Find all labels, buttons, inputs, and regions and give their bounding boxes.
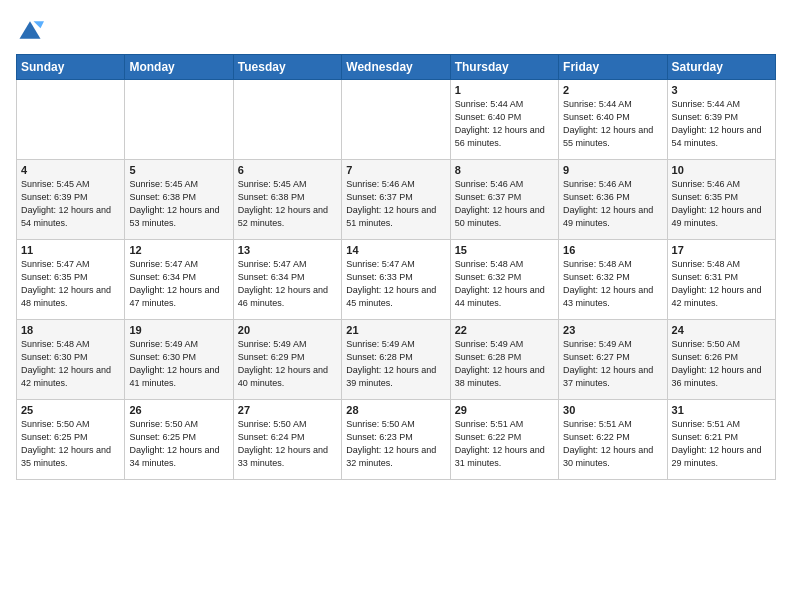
day-info: Sunrise: 5:44 AM Sunset: 6:40 PM Dayligh…: [563, 98, 662, 150]
calendar-header-row: SundayMondayTuesdayWednesdayThursdayFrid…: [17, 55, 776, 80]
day-number: 29: [455, 404, 554, 416]
day-number: 28: [346, 404, 445, 416]
day-info: Sunrise: 5:50 AM Sunset: 6:25 PM Dayligh…: [129, 418, 228, 470]
calendar-cell: 8Sunrise: 5:46 AM Sunset: 6:37 PM Daylig…: [450, 160, 558, 240]
day-info: Sunrise: 5:49 AM Sunset: 6:27 PM Dayligh…: [563, 338, 662, 390]
calendar-cell: 11Sunrise: 5:47 AM Sunset: 6:35 PM Dayli…: [17, 240, 125, 320]
calendar-cell: 24Sunrise: 5:50 AM Sunset: 6:26 PM Dayli…: [667, 320, 775, 400]
day-header-thursday: Thursday: [450, 55, 558, 80]
day-number: 21: [346, 324, 445, 336]
day-number: 2: [563, 84, 662, 96]
logo: [16, 16, 48, 44]
day-number: 27: [238, 404, 337, 416]
calendar-week-4: 18Sunrise: 5:48 AM Sunset: 6:30 PM Dayli…: [17, 320, 776, 400]
calendar-body: 1Sunrise: 5:44 AM Sunset: 6:40 PM Daylig…: [17, 80, 776, 480]
calendar-cell: 10Sunrise: 5:46 AM Sunset: 6:35 PM Dayli…: [667, 160, 775, 240]
calendar-week-5: 25Sunrise: 5:50 AM Sunset: 6:25 PM Dayli…: [17, 400, 776, 480]
day-header-saturday: Saturday: [667, 55, 775, 80]
calendar-table: SundayMondayTuesdayWednesdayThursdayFrid…: [16, 54, 776, 480]
logo-icon: [16, 16, 44, 44]
calendar-cell: 30Sunrise: 5:51 AM Sunset: 6:22 PM Dayli…: [559, 400, 667, 480]
calendar-cell: 17Sunrise: 5:48 AM Sunset: 6:31 PM Dayli…: [667, 240, 775, 320]
day-info: Sunrise: 5:48 AM Sunset: 6:30 PM Dayligh…: [21, 338, 120, 390]
day-info: Sunrise: 5:50 AM Sunset: 6:26 PM Dayligh…: [672, 338, 771, 390]
day-info: Sunrise: 5:51 AM Sunset: 6:22 PM Dayligh…: [563, 418, 662, 470]
day-header-friday: Friday: [559, 55, 667, 80]
day-info: Sunrise: 5:46 AM Sunset: 6:36 PM Dayligh…: [563, 178, 662, 230]
day-info: Sunrise: 5:47 AM Sunset: 6:35 PM Dayligh…: [21, 258, 120, 310]
day-header-tuesday: Tuesday: [233, 55, 341, 80]
day-info: Sunrise: 5:48 AM Sunset: 6:32 PM Dayligh…: [563, 258, 662, 310]
day-info: Sunrise: 5:46 AM Sunset: 6:37 PM Dayligh…: [455, 178, 554, 230]
day-info: Sunrise: 5:51 AM Sunset: 6:21 PM Dayligh…: [672, 418, 771, 470]
day-info: Sunrise: 5:46 AM Sunset: 6:35 PM Dayligh…: [672, 178, 771, 230]
day-info: Sunrise: 5:48 AM Sunset: 6:32 PM Dayligh…: [455, 258, 554, 310]
calendar-cell: 22Sunrise: 5:49 AM Sunset: 6:28 PM Dayli…: [450, 320, 558, 400]
calendar-cell: 25Sunrise: 5:50 AM Sunset: 6:25 PM Dayli…: [17, 400, 125, 480]
day-number: 9: [563, 164, 662, 176]
day-number: 24: [672, 324, 771, 336]
calendar-cell: 12Sunrise: 5:47 AM Sunset: 6:34 PM Dayli…: [125, 240, 233, 320]
calendar-cell: 28Sunrise: 5:50 AM Sunset: 6:23 PM Dayli…: [342, 400, 450, 480]
day-number: 31: [672, 404, 771, 416]
calendar-cell: 18Sunrise: 5:48 AM Sunset: 6:30 PM Dayli…: [17, 320, 125, 400]
day-number: 17: [672, 244, 771, 256]
day-number: 25: [21, 404, 120, 416]
calendar-cell: 20Sunrise: 5:49 AM Sunset: 6:29 PM Dayli…: [233, 320, 341, 400]
calendar-cell: 14Sunrise: 5:47 AM Sunset: 6:33 PM Dayli…: [342, 240, 450, 320]
day-info: Sunrise: 5:45 AM Sunset: 6:39 PM Dayligh…: [21, 178, 120, 230]
calendar-cell: [233, 80, 341, 160]
calendar-cell: 19Sunrise: 5:49 AM Sunset: 6:30 PM Dayli…: [125, 320, 233, 400]
day-number: 3: [672, 84, 771, 96]
calendar-cell: 27Sunrise: 5:50 AM Sunset: 6:24 PM Dayli…: [233, 400, 341, 480]
day-info: Sunrise: 5:44 AM Sunset: 6:40 PM Dayligh…: [455, 98, 554, 150]
calendar-cell: 7Sunrise: 5:46 AM Sunset: 6:37 PM Daylig…: [342, 160, 450, 240]
day-number: 8: [455, 164, 554, 176]
day-header-wednesday: Wednesday: [342, 55, 450, 80]
day-number: 12: [129, 244, 228, 256]
day-header-monday: Monday: [125, 55, 233, 80]
day-info: Sunrise: 5:45 AM Sunset: 6:38 PM Dayligh…: [238, 178, 337, 230]
day-number: 6: [238, 164, 337, 176]
day-info: Sunrise: 5:50 AM Sunset: 6:25 PM Dayligh…: [21, 418, 120, 470]
day-number: 7: [346, 164, 445, 176]
day-number: 5: [129, 164, 228, 176]
day-number: 26: [129, 404, 228, 416]
svg-marker-2: [34, 21, 45, 28]
calendar-cell: 3Sunrise: 5:44 AM Sunset: 6:39 PM Daylig…: [667, 80, 775, 160]
calendar-cell: 9Sunrise: 5:46 AM Sunset: 6:36 PM Daylig…: [559, 160, 667, 240]
calendar-cell: 31Sunrise: 5:51 AM Sunset: 6:21 PM Dayli…: [667, 400, 775, 480]
calendar-cell: 5Sunrise: 5:45 AM Sunset: 6:38 PM Daylig…: [125, 160, 233, 240]
calendar-cell: [125, 80, 233, 160]
calendar-cell: 16Sunrise: 5:48 AM Sunset: 6:32 PM Dayli…: [559, 240, 667, 320]
day-header-sunday: Sunday: [17, 55, 125, 80]
calendar-cell: 15Sunrise: 5:48 AM Sunset: 6:32 PM Dayli…: [450, 240, 558, 320]
day-number: 14: [346, 244, 445, 256]
day-info: Sunrise: 5:47 AM Sunset: 6:33 PM Dayligh…: [346, 258, 445, 310]
calendar-week-2: 4Sunrise: 5:45 AM Sunset: 6:39 PM Daylig…: [17, 160, 776, 240]
day-info: Sunrise: 5:49 AM Sunset: 6:28 PM Dayligh…: [455, 338, 554, 390]
day-info: Sunrise: 5:49 AM Sunset: 6:30 PM Dayligh…: [129, 338, 228, 390]
calendar-cell: 26Sunrise: 5:50 AM Sunset: 6:25 PM Dayli…: [125, 400, 233, 480]
day-info: Sunrise: 5:51 AM Sunset: 6:22 PM Dayligh…: [455, 418, 554, 470]
day-number: 10: [672, 164, 771, 176]
day-info: Sunrise: 5:48 AM Sunset: 6:31 PM Dayligh…: [672, 258, 771, 310]
calendar-cell: 29Sunrise: 5:51 AM Sunset: 6:22 PM Dayli…: [450, 400, 558, 480]
day-info: Sunrise: 5:50 AM Sunset: 6:23 PM Dayligh…: [346, 418, 445, 470]
day-info: Sunrise: 5:47 AM Sunset: 6:34 PM Dayligh…: [238, 258, 337, 310]
day-info: Sunrise: 5:46 AM Sunset: 6:37 PM Dayligh…: [346, 178, 445, 230]
day-info: Sunrise: 5:49 AM Sunset: 6:28 PM Dayligh…: [346, 338, 445, 390]
day-number: 18: [21, 324, 120, 336]
calendar-cell: 13Sunrise: 5:47 AM Sunset: 6:34 PM Dayli…: [233, 240, 341, 320]
day-number: 11: [21, 244, 120, 256]
day-info: Sunrise: 5:49 AM Sunset: 6:29 PM Dayligh…: [238, 338, 337, 390]
calendar-week-3: 11Sunrise: 5:47 AM Sunset: 6:35 PM Dayli…: [17, 240, 776, 320]
calendar-cell: 23Sunrise: 5:49 AM Sunset: 6:27 PM Dayli…: [559, 320, 667, 400]
day-number: 19: [129, 324, 228, 336]
day-number: 30: [563, 404, 662, 416]
page-header: [16, 16, 776, 44]
day-info: Sunrise: 5:44 AM Sunset: 6:39 PM Dayligh…: [672, 98, 771, 150]
calendar-cell: [17, 80, 125, 160]
calendar-cell: 21Sunrise: 5:49 AM Sunset: 6:28 PM Dayli…: [342, 320, 450, 400]
day-number: 13: [238, 244, 337, 256]
